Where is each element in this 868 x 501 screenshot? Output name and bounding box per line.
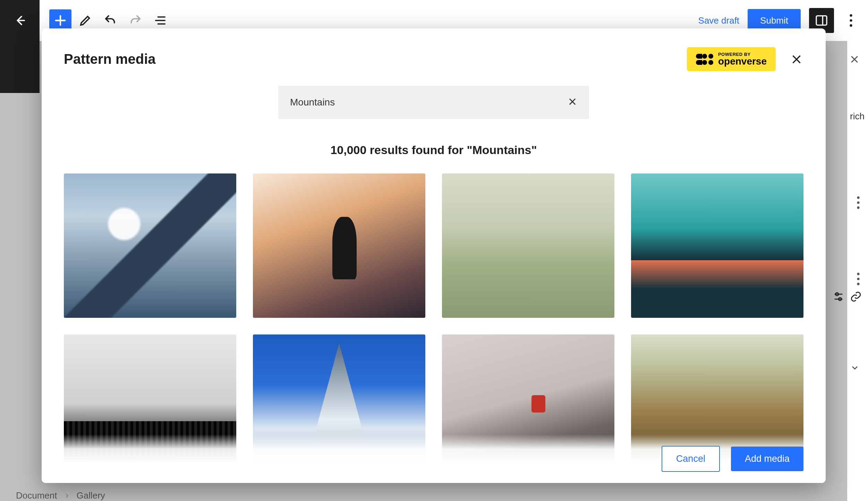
sidebar-text-fragment: rich	[850, 111, 865, 122]
svg-point-6	[857, 206, 859, 209]
more-vertical-icon	[850, 14, 852, 27]
back-button[interactable]	[0, 0, 40, 41]
search-input[interactable]	[290, 97, 554, 108]
pattern-media-modal: Pattern media POWERED BY openverse	[42, 28, 826, 483]
svg-point-8	[857, 278, 859, 280]
svg-point-2	[850, 19, 852, 22]
results-grid	[42, 173, 826, 479]
svg-point-5	[857, 201, 859, 204]
list-icon	[153, 14, 167, 27]
svg-point-9	[857, 283, 859, 285]
svg-point-4	[857, 196, 859, 199]
openverse-name: openverse	[718, 57, 767, 66]
media-thumbnail[interactable]	[631, 173, 803, 318]
breadcrumb-level-2[interactable]: Gallery	[77, 490, 105, 501]
media-thumbnail[interactable]	[64, 173, 236, 318]
search-clear-button[interactable]	[568, 97, 577, 108]
close-icon	[568, 97, 577, 107]
pencil-icon	[78, 14, 92, 27]
close-icon	[790, 53, 803, 66]
more-vertical-icon	[857, 273, 860, 285]
link-icon[interactable]	[850, 291, 862, 303]
openverse-logo-icon	[696, 54, 713, 65]
sidebar-section-options-2[interactable]	[857, 273, 860, 287]
close-icon	[849, 54, 860, 65]
modal-title: Pattern media	[64, 51, 156, 67]
options-button[interactable]	[842, 8, 860, 33]
chevron-down-icon	[850, 363, 860, 373]
arrow-left-icon	[13, 14, 27, 27]
undo-icon	[103, 14, 117, 27]
breadcrumb-level-1[interactable]: Document	[16, 490, 57, 501]
sidebar-section-options-1[interactable]	[857, 196, 860, 210]
svg-rect-0	[816, 16, 827, 25]
breadcrumb: Document Gallery	[16, 490, 105, 501]
redo-icon	[128, 14, 142, 27]
more-vertical-icon	[857, 196, 860, 209]
add-media-button[interactable]: Add media	[731, 447, 803, 471]
search-container	[42, 82, 826, 129]
svg-point-7	[857, 273, 859, 275]
media-thumbnail[interactable]	[253, 173, 425, 318]
modal-footer: Cancel Add media	[42, 434, 826, 483]
openverse-badge: POWERED BY openverse	[687, 47, 776, 71]
modal-close-button[interactable]	[790, 52, 803, 66]
plus-icon	[53, 14, 67, 27]
cancel-button[interactable]: Cancel	[662, 446, 720, 472]
settings-slider-icon[interactable]	[833, 291, 844, 303]
settings-sidebar: rich	[847, 41, 868, 501]
sidebar-link-tools	[833, 291, 862, 303]
chevron-right-icon	[63, 492, 70, 499]
sidebar-close-button[interactable]	[849, 54, 860, 66]
save-draft-button[interactable]: Save draft	[698, 15, 740, 26]
modal-header: Pattern media POWERED BY openverse	[42, 28, 826, 82]
results-count: 10,000 results found for "Mountains"	[42, 129, 826, 173]
svg-point-3	[850, 24, 852, 27]
media-thumbnail[interactable]	[442, 173, 614, 318]
sidebar-section-toggle[interactable]	[850, 363, 860, 374]
search-box	[278, 86, 589, 119]
sidebar-icon	[815, 14, 828, 27]
editor-left-dark-strip	[0, 41, 40, 93]
svg-point-1	[850, 14, 852, 17]
